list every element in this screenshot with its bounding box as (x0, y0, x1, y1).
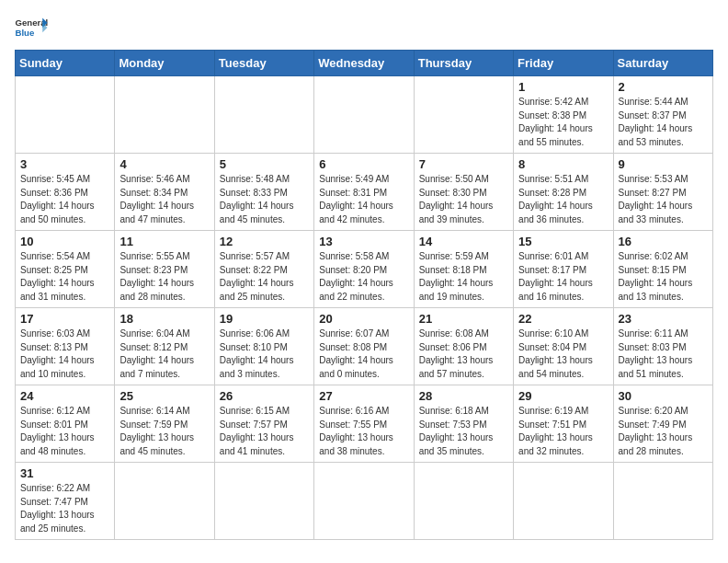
calendar-cell: 7Sunrise: 5:50 AM Sunset: 8:30 PM Daylig… (414, 154, 513, 231)
day-info: Sunrise: 5:44 AM Sunset: 8:37 PM Dayligh… (619, 96, 708, 149)
calendar-cell: 4Sunrise: 5:46 AM Sunset: 8:34 PM Daylig… (115, 154, 214, 231)
day-info: Sunrise: 6:18 AM Sunset: 7:53 PM Dayligh… (419, 405, 508, 458)
day-info: Sunrise: 5:50 AM Sunset: 8:30 PM Dayligh… (419, 173, 508, 226)
day-number: 19 (220, 312, 309, 326)
day-info: Sunrise: 6:11 AM Sunset: 8:03 PM Dayligh… (619, 327, 708, 381)
calendar-cell: 8Sunrise: 5:51 AM Sunset: 8:28 PM Daylig… (514, 154, 613, 231)
day-number: 26 (220, 389, 309, 403)
calendar-table: SundayMondayTuesdayWednesdayThursdayFrid… (15, 50, 713, 540)
calendar-cell: 27Sunrise: 6:16 AM Sunset: 7:55 PM Dayli… (314, 385, 414, 463)
day-info: Sunrise: 5:48 AM Sunset: 8:33 PM Dayligh… (220, 173, 309, 226)
day-number: 23 (619, 312, 708, 326)
calendar-cell: 20Sunrise: 6:07 AM Sunset: 8:08 PM Dayli… (314, 308, 414, 385)
calendar-cell: 29Sunrise: 6:19 AM Sunset: 7:51 PM Dayli… (514, 385, 613, 463)
day-info: Sunrise: 6:04 AM Sunset: 8:12 PM Dayligh… (119, 327, 209, 381)
calendar-cell (613, 463, 712, 540)
day-info: Sunrise: 6:14 AM Sunset: 7:59 PM Dayligh… (119, 405, 209, 458)
calendar-week-5: 24Sunrise: 6:12 AM Sunset: 8:01 PM Dayli… (16, 385, 713, 463)
calendar-cell: 26Sunrise: 6:15 AM Sunset: 7:57 PM Dayli… (214, 385, 313, 463)
calendar-cell: 31Sunrise: 6:22 AM Sunset: 7:47 PM Dayli… (16, 463, 115, 540)
calendar-cell: 24Sunrise: 6:12 AM Sunset: 8:01 PM Dayli… (16, 385, 115, 463)
calendar-cell (214, 463, 313, 540)
day-number: 10 (20, 235, 109, 248)
calendar-cell: 2Sunrise: 5:44 AM Sunset: 8:37 PM Daylig… (613, 76, 712, 154)
weekday-header-wednesday: Wednesday (314, 51, 414, 76)
generalblue-logo-icon: General Blue (15, 15, 48, 40)
day-info: Sunrise: 5:59 AM Sunset: 8:18 PM Dayligh… (419, 250, 508, 304)
day-number: 11 (119, 235, 209, 248)
day-info: Sunrise: 6:22 AM Sunset: 7:47 PM Dayligh… (20, 482, 109, 535)
weekday-header-monday: Monday (115, 51, 214, 76)
day-info: Sunrise: 6:20 AM Sunset: 7:49 PM Dayligh… (619, 405, 708, 458)
calendar-cell: 23Sunrise: 6:11 AM Sunset: 8:03 PM Dayli… (613, 308, 712, 385)
svg-text:Blue: Blue (16, 28, 35, 38)
calendar-cell: 28Sunrise: 6:18 AM Sunset: 7:53 PM Dayli… (414, 385, 513, 463)
calendar-cell: 14Sunrise: 5:59 AM Sunset: 8:18 PM Dayli… (414, 231, 513, 308)
calendar-cell: 5Sunrise: 5:48 AM Sunset: 8:33 PM Daylig… (214, 154, 313, 231)
calendar-cell (514, 463, 613, 540)
day-info: Sunrise: 5:42 AM Sunset: 8:38 PM Dayligh… (518, 96, 608, 149)
calendar-cell (115, 463, 214, 540)
day-info: Sunrise: 5:55 AM Sunset: 8:23 PM Dayligh… (119, 250, 209, 304)
day-info: Sunrise: 6:10 AM Sunset: 8:04 PM Dayligh… (518, 327, 608, 381)
calendar-cell: 25Sunrise: 6:14 AM Sunset: 7:59 PM Dayli… (115, 385, 214, 463)
page-header: General Blue (15, 15, 713, 40)
day-number: 20 (319, 312, 408, 326)
calendar-cell (414, 76, 513, 154)
calendar-cell (414, 463, 513, 540)
day-info: Sunrise: 5:46 AM Sunset: 8:34 PM Dayligh… (119, 173, 209, 226)
day-info: Sunrise: 6:08 AM Sunset: 8:06 PM Dayligh… (419, 327, 508, 381)
day-number: 6 (319, 157, 408, 171)
day-number: 8 (518, 157, 608, 171)
weekday-header-saturday: Saturday (613, 51, 712, 76)
calendar-week-3: 10Sunrise: 5:54 AM Sunset: 8:25 PM Dayli… (16, 231, 713, 308)
day-number: 5 (220, 157, 309, 171)
calendar-cell: 1Sunrise: 5:42 AM Sunset: 8:38 PM Daylig… (514, 76, 613, 154)
day-info: Sunrise: 5:45 AM Sunset: 8:36 PM Dayligh… (20, 173, 109, 226)
day-number: 27 (319, 389, 408, 403)
day-info: Sunrise: 6:03 AM Sunset: 8:13 PM Dayligh… (20, 327, 109, 381)
day-number: 15 (518, 235, 608, 248)
calendar-cell: 19Sunrise: 6:06 AM Sunset: 8:10 PM Dayli… (214, 308, 313, 385)
day-info: Sunrise: 6:16 AM Sunset: 7:55 PM Dayligh… (319, 405, 408, 458)
day-number: 25 (119, 389, 209, 403)
day-number: 9 (619, 157, 708, 171)
day-number: 12 (220, 235, 309, 248)
day-number: 28 (419, 389, 508, 403)
day-info: Sunrise: 6:06 AM Sunset: 8:10 PM Dayligh… (220, 327, 309, 381)
day-number: 2 (619, 80, 708, 94)
calendar-cell: 3Sunrise: 5:45 AM Sunset: 8:36 PM Daylig… (16, 154, 115, 231)
calendar-cell: 12Sunrise: 5:57 AM Sunset: 8:22 PM Dayli… (214, 231, 313, 308)
weekday-header-tuesday: Tuesday (214, 51, 313, 76)
calendar-cell: 17Sunrise: 6:03 AM Sunset: 8:13 PM Dayli… (16, 308, 115, 385)
day-info: Sunrise: 6:01 AM Sunset: 8:17 PM Dayligh… (518, 250, 608, 304)
weekday-header-friday: Friday (514, 51, 613, 76)
day-number: 17 (20, 312, 109, 326)
day-number: 16 (619, 235, 708, 248)
calendar-cell: 13Sunrise: 5:58 AM Sunset: 8:20 PM Dayli… (314, 231, 414, 308)
calendar-cell: 18Sunrise: 6:04 AM Sunset: 8:12 PM Dayli… (115, 308, 214, 385)
calendar-week-2: 3Sunrise: 5:45 AM Sunset: 8:36 PM Daylig… (16, 154, 713, 231)
calendar-week-1: 1Sunrise: 5:42 AM Sunset: 8:38 PM Daylig… (16, 76, 713, 154)
calendar-cell: 21Sunrise: 6:08 AM Sunset: 8:06 PM Dayli… (414, 308, 513, 385)
day-info: Sunrise: 5:51 AM Sunset: 8:28 PM Dayligh… (518, 173, 608, 226)
calendar-week-4: 17Sunrise: 6:03 AM Sunset: 8:13 PM Dayli… (16, 308, 713, 385)
day-number: 4 (119, 157, 209, 171)
weekday-header-row: SundayMondayTuesdayWednesdayThursdayFrid… (16, 51, 713, 76)
calendar-cell (16, 76, 115, 154)
day-info: Sunrise: 6:02 AM Sunset: 8:15 PM Dayligh… (619, 250, 708, 304)
day-info: Sunrise: 5:57 AM Sunset: 8:22 PM Dayligh… (220, 250, 309, 304)
weekday-header-sunday: Sunday (16, 51, 115, 76)
calendar-cell: 15Sunrise: 6:01 AM Sunset: 8:17 PM Dayli… (514, 231, 613, 308)
calendar-cell: 16Sunrise: 6:02 AM Sunset: 8:15 PM Dayli… (613, 231, 712, 308)
day-number: 24 (20, 389, 109, 403)
calendar-cell (214, 76, 313, 154)
calendar-cell: 10Sunrise: 5:54 AM Sunset: 8:25 PM Dayli… (16, 231, 115, 308)
calendar-cell: 6Sunrise: 5:49 AM Sunset: 8:31 PM Daylig… (314, 154, 414, 231)
day-info: Sunrise: 6:19 AM Sunset: 7:51 PM Dayligh… (518, 405, 608, 458)
day-info: Sunrise: 5:58 AM Sunset: 8:20 PM Dayligh… (319, 250, 408, 304)
day-info: Sunrise: 5:49 AM Sunset: 8:31 PM Dayligh… (319, 173, 408, 226)
day-info: Sunrise: 6:07 AM Sunset: 8:08 PM Dayligh… (319, 327, 408, 381)
calendar-cell (314, 76, 414, 154)
day-number: 18 (119, 312, 209, 326)
